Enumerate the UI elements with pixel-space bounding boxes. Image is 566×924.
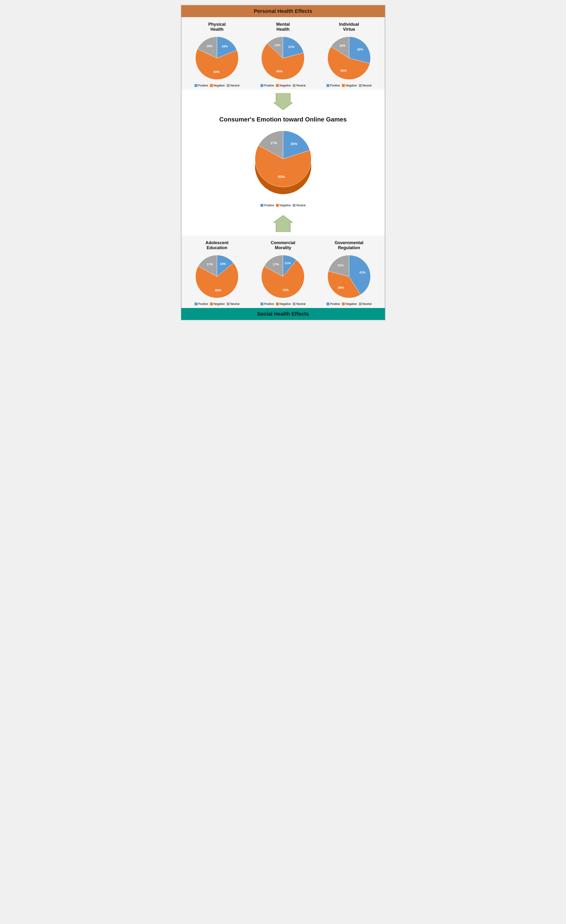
center-pie-wrapper: 20%63%17% — [250, 128, 316, 202]
chart-cell: IndividualVirtue 29%55%16% Positive Nega… — [318, 22, 380, 87]
svg-marker-9 — [274, 93, 293, 110]
legend-negative-label: Negative — [214, 84, 225, 87]
legend-positive: Positive — [261, 204, 274, 207]
svg-text:72%: 72% — [282, 288, 289, 292]
chart-legend: Positive Negative Neutral — [195, 84, 240, 87]
main-container: Personal Health Effects PhysicalHealth 1… — [181, 5, 385, 320]
svg-text:21%: 21% — [288, 45, 295, 49]
up-arrow-icon — [274, 215, 293, 232]
svg-text:17%: 17% — [273, 262, 279, 266]
neutral-color — [227, 303, 229, 305]
svg-text:63%: 63% — [278, 175, 285, 178]
negative-color — [210, 84, 213, 87]
chart-title: GovernmentalRegulation — [335, 240, 363, 250]
bottom-charts-row: AdolescentEducation 14%69%17% Positive N… — [181, 236, 385, 308]
pie-container: 21%66%13% — [259, 34, 307, 82]
positive-color — [326, 303, 329, 305]
down-arrow-section — [181, 90, 385, 113]
legend-negative: Negative — [342, 302, 357, 306]
chart-cell: CommercialMorality 11%72%17% Positive Ne… — [252, 240, 314, 306]
neutral-color — [359, 303, 362, 305]
pie-container: 14%69%17% — [193, 253, 241, 300]
legend-negative-label: Negative — [346, 84, 357, 87]
legend-neutral-label: Neutral — [296, 84, 305, 87]
legend-neutral: Neutral — [359, 302, 372, 306]
positive-color — [261, 84, 264, 87]
chart-legend: Positive Negative Neutral — [326, 302, 371, 306]
legend-neutral: Neutral — [359, 84, 372, 87]
negative-color — [342, 84, 345, 87]
chart-cell: PhysicalHealth 19%63%18% Positive Negati… — [186, 22, 248, 87]
chart-legend: Positive Negative Neutral — [261, 302, 305, 306]
svg-text:21%: 21% — [337, 264, 344, 267]
legend-positive-label: Positive — [330, 302, 340, 306]
center-title: Consumer's Emotion toward Online Games — [219, 116, 347, 123]
svg-text:69%: 69% — [215, 288, 222, 292]
legend-neutral: Neutral — [293, 84, 305, 87]
positive-color — [195, 303, 198, 305]
chart-title: PhysicalHealth — [208, 22, 226, 32]
legend-positive: Positive — [326, 302, 340, 306]
legend-negative-label: Negative — [280, 204, 291, 207]
neutral-color — [359, 84, 362, 87]
legend-neutral-label: Neutral — [362, 302, 372, 306]
svg-text:55%: 55% — [340, 69, 347, 72]
chart-legend: Positive Negative Neutral — [261, 84, 305, 87]
legend-negative-label: Negative — [214, 302, 225, 306]
positive-color — [326, 84, 329, 87]
chart-cell: MentalHealth 21%66%13% Positive Negative… — [252, 22, 314, 87]
svg-text:13%: 13% — [274, 44, 280, 47]
legend-positive-label: Positive — [264, 204, 274, 207]
legend-positive-label: Positive — [264, 302, 274, 306]
negative-color — [210, 303, 213, 305]
svg-text:41%: 41% — [359, 271, 365, 274]
svg-text:29%: 29% — [357, 48, 363, 51]
personal-header-text: Personal Health Effects — [254, 8, 312, 14]
legend-negative: Negative — [276, 204, 291, 207]
svg-text:20%: 20% — [290, 142, 297, 146]
pie-container: 41%38%21% — [325, 253, 373, 300]
legend-positive-label: Positive — [198, 84, 208, 87]
center-section: Consumer's Emotion toward Online Games 2… — [181, 113, 385, 212]
personal-health-header: Personal Health Effects — [181, 5, 385, 17]
legend-positive: Positive — [195, 84, 208, 87]
legend-neutral-label: Neutral — [230, 84, 240, 87]
svg-text:66%: 66% — [277, 69, 283, 73]
legend-neutral: Neutral — [293, 204, 305, 207]
chart-cell: AdolescentEducation 14%69%17% Positive N… — [186, 240, 248, 306]
svg-text:17%: 17% — [207, 262, 213, 266]
neutral-color — [293, 204, 295, 207]
negative-color — [342, 303, 345, 305]
legend-negative: Negative — [276, 302, 291, 306]
legend-positive: Positive — [261, 302, 274, 306]
social-health-header: Social Health Effects — [181, 308, 385, 320]
legend-neutral-label: Neutral — [362, 84, 372, 87]
svg-text:17%: 17% — [270, 141, 277, 145]
down-arrow-icon — [274, 93, 293, 110]
chart-cell: GovernmentalRegulation 41%38%21% Positiv… — [318, 240, 380, 306]
neutral-color — [227, 84, 229, 87]
negative-color — [276, 303, 279, 305]
legend-neutral: Neutral — [293, 302, 305, 306]
legend-neutral-label: Neutral — [296, 204, 305, 207]
svg-text:14%: 14% — [220, 262, 226, 266]
legend-negative-label: Negative — [346, 302, 357, 306]
negative-color — [276, 204, 279, 207]
neutral-color — [293, 84, 295, 87]
legend-neutral: Neutral — [227, 302, 240, 306]
svg-marker-14 — [274, 215, 293, 232]
legend-negative: Negative — [210, 84, 225, 87]
chart-title: CommercialMorality — [271, 240, 295, 250]
legend-neutral-label: Neutral — [230, 302, 240, 306]
legend-positive: Positive — [326, 84, 340, 87]
negative-color — [276, 84, 279, 87]
legend-negative: Negative — [210, 302, 225, 306]
svg-text:11%: 11% — [284, 261, 291, 265]
chart-legend: Positive Negative Neutral — [261, 204, 305, 207]
svg-text:38%: 38% — [338, 286, 344, 290]
top-charts-row: PhysicalHealth 19%63%18% Positive Negati… — [181, 17, 385, 90]
pie-container: 11%72%17% — [259, 253, 307, 300]
legend-negative-label: Negative — [280, 302, 291, 306]
svg-text:16%: 16% — [339, 44, 346, 47]
legend-positive: Positive — [261, 84, 274, 87]
